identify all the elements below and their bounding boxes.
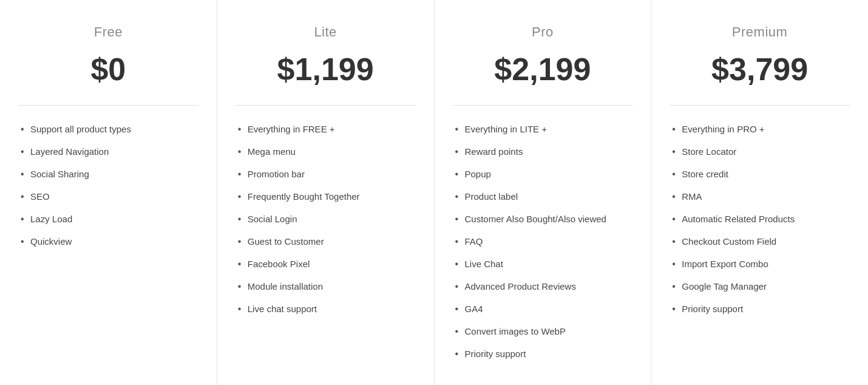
list-item: Live chat support	[236, 302, 416, 315]
plan-divider-free	[18, 105, 198, 106]
plan-column-premium: Premium$3,799Everything in PRO +Store Lo…	[651, 0, 868, 385]
list-item: Advanced Product Reviews	[453, 280, 633, 293]
list-item: Import Export Combo	[670, 257, 850, 270]
list-item: Everything in LITE +	[453, 123, 633, 135]
list-item: Automatic Related Products	[670, 213, 850, 225]
list-item: Everything in PRO +	[670, 123, 850, 135]
list-item: Live Chat	[453, 257, 633, 270]
list-item: Google Tag Manager	[670, 280, 850, 293]
list-item: Priority support	[453, 347, 633, 360]
list-item: Promotion bar	[236, 168, 416, 180]
plan-name-lite: Lite	[236, 24, 416, 40]
plan-price-free: $0	[18, 52, 198, 87]
list-item: Convert images to WebP	[453, 325, 633, 338]
list-item: Quickview	[18, 235, 198, 248]
plan-price-pro: $2,199	[453, 52, 633, 87]
list-item: Product label	[453, 190, 633, 203]
pricing-table: Free$0Support all product typesLayered N…	[0, 0, 868, 385]
plan-column-free: Free$0Support all product typesLayered N…	[0, 0, 217, 385]
list-item: Support all product types	[18, 123, 198, 135]
list-item: Module installation	[236, 280, 416, 293]
list-item: Everything in FREE +	[236, 123, 416, 135]
plan-divider-premium	[670, 105, 850, 106]
list-item: Reward points	[453, 145, 633, 158]
features-list-premium: Everything in PRO +Store LocatorStore cr…	[670, 123, 850, 325]
list-item: Checkout Custom Field	[670, 235, 850, 248]
list-item: RMA	[670, 190, 850, 203]
plan-column-lite: Lite$1,199Everything in FREE +Mega menuP…	[217, 0, 435, 385]
plan-name-free: Free	[18, 24, 198, 40]
plan-price-lite: $1,199	[236, 52, 416, 87]
plan-price-premium: $3,799	[670, 52, 850, 87]
list-item: FAQ	[453, 235, 633, 248]
plan-name-pro: Pro	[453, 24, 633, 40]
features-list-pro: Everything in LITE +Reward pointsPopupPr…	[453, 123, 633, 370]
list-item: Social Login	[236, 213, 416, 225]
list-item: Mega menu	[236, 145, 416, 158]
features-list-free: Support all product typesLayered Navigat…	[18, 123, 198, 257]
list-item: Layered Navigation	[18, 145, 198, 158]
list-item: Popup	[453, 168, 633, 180]
list-item: Store credit	[670, 168, 850, 180]
features-list-lite: Everything in FREE +Mega menuPromotion b…	[236, 123, 416, 325]
list-item: Social Sharing	[18, 168, 198, 180]
list-item: Guest to Customer	[236, 235, 416, 248]
plan-column-pro: Pro$2,199Everything in LITE +Reward poin…	[435, 0, 652, 385]
list-item: Priority support	[670, 302, 850, 315]
list-item: SEO	[18, 190, 198, 203]
plan-divider-pro	[453, 105, 633, 106]
list-item: Customer Also Bought/Also viewed	[453, 213, 633, 225]
list-item: Frequently Bought Together	[236, 190, 416, 203]
list-item: Facebook Pixel	[236, 257, 416, 270]
list-item: GA4	[453, 302, 633, 315]
plan-divider-lite	[236, 105, 416, 106]
list-item: Lazy Load	[18, 213, 198, 225]
plan-name-premium: Premium	[670, 24, 850, 40]
list-item: Store Locator	[670, 145, 850, 158]
